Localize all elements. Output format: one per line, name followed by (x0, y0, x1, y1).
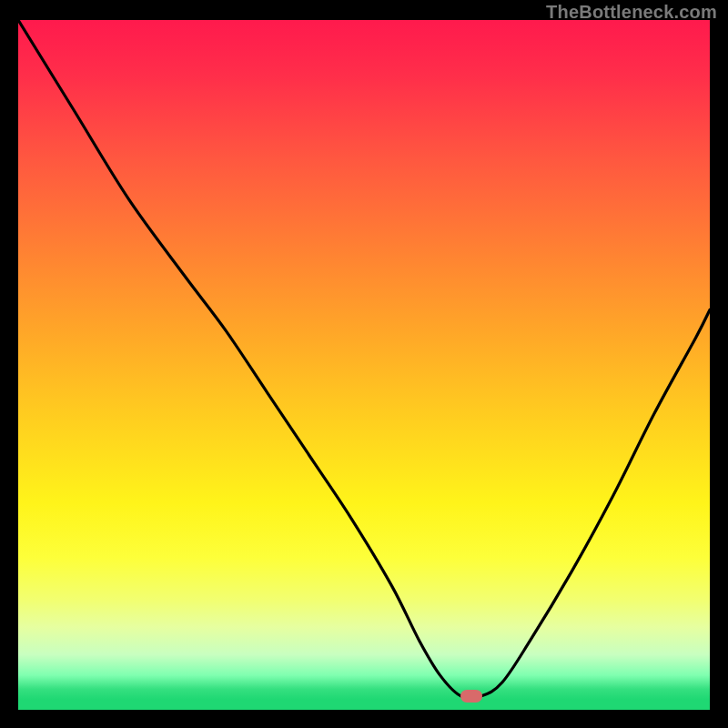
bottleneck-curve (18, 20, 710, 710)
curve-path (18, 20, 710, 698)
optimal-point-marker (460, 690, 482, 703)
chart-frame (9, 20, 719, 719)
plot-area (18, 20, 710, 710)
